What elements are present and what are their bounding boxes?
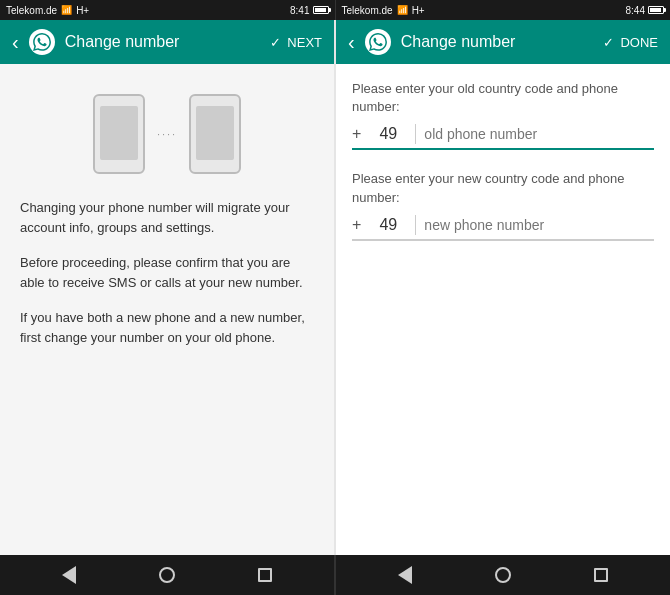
network-icon-2: 📶 xyxy=(397,5,408,15)
paragraph-3: If you have both a new phone and a new n… xyxy=(20,308,314,347)
app-bar-left: ‹ Change number ✓ NEXT xyxy=(0,20,334,64)
recents-nav-button-right[interactable] xyxy=(589,563,613,587)
battery-icon xyxy=(313,6,329,14)
new-number-section: Please enter your new country code and p… xyxy=(352,170,654,240)
old-phone-illustration xyxy=(93,94,145,174)
battery-icon-2 xyxy=(648,6,664,14)
network-icon: 📶 xyxy=(61,5,72,15)
time-label-2: 8:44 xyxy=(626,5,645,16)
new-phone-number-input[interactable] xyxy=(424,217,654,233)
new-divider xyxy=(415,215,416,235)
recents-icon-left xyxy=(258,568,272,582)
new-phone-illustration xyxy=(189,94,241,174)
next-button[interactable]: ✓ NEXT xyxy=(270,35,322,50)
checkmark-icon-2: ✓ xyxy=(603,35,614,50)
network-type-2: H+ xyxy=(412,5,425,16)
right-panel-content: Please enter your old country code and p… xyxy=(336,64,670,555)
right-screen-panel: Please enter your old country code and p… xyxy=(334,64,670,555)
status-bars: Telekom.de 📶 H+ 8:41 Telekom.de 📶 H+ 8:4… xyxy=(0,0,670,20)
whatsapp-logo-left xyxy=(29,29,55,55)
network-type: H+ xyxy=(76,5,89,16)
recents-nav-button-left[interactable] xyxy=(253,563,277,587)
nav-bar-right xyxy=(334,555,670,595)
app-bar-right: ‹ Change number ✓ DONE xyxy=(334,20,670,64)
home-icon-left xyxy=(159,567,175,583)
left-screen-panel: ···· Changing your phone number will mig… xyxy=(0,64,334,555)
old-number-label: Please enter your old country code and p… xyxy=(352,80,654,116)
old-phone-screen xyxy=(100,106,138,160)
home-icon-right xyxy=(495,567,511,583)
status-bar-left-info: Telekom.de 📶 H+ xyxy=(6,5,89,16)
app-bar-title-left: Change number xyxy=(65,33,261,51)
checkmark-icon: ✓ xyxy=(270,35,281,50)
carrier-label-2: Telekom.de xyxy=(342,5,393,16)
back-nav-button-left[interactable] xyxy=(57,563,81,587)
new-country-code-input[interactable] xyxy=(369,216,407,234)
new-phone-screen xyxy=(196,106,234,160)
paragraph-2: Before proceeding, please confirm that y… xyxy=(20,253,314,292)
new-plus-sign: + xyxy=(352,216,361,234)
old-divider xyxy=(415,124,416,144)
carrier-label: Telekom.de xyxy=(6,5,57,16)
phones-illustration: ···· xyxy=(20,94,314,174)
paragraph-1: Changing your phone number will migrate … xyxy=(20,198,314,237)
back-button-left[interactable]: ‹ xyxy=(12,32,19,52)
app-bar-title-right: Change number xyxy=(401,33,594,51)
next-label[interactable]: NEXT xyxy=(287,35,322,50)
status-bar-right-info: 8:41 xyxy=(290,5,328,16)
status-bar-right-right-info: 8:44 xyxy=(626,5,664,16)
old-number-section: Please enter your old country code and p… xyxy=(352,80,654,150)
new-number-label: Please enter your new country code and p… xyxy=(352,170,654,206)
recents-icon-right xyxy=(594,568,608,582)
status-bar-right-left-info: Telekom.de 📶 H+ xyxy=(342,5,425,16)
left-panel-content: ···· Changing your phone number will mig… xyxy=(0,64,334,555)
main-content: ···· Changing your phone number will mig… xyxy=(0,64,670,555)
time-label: 8:41 xyxy=(290,5,309,16)
whatsapp-logo-right xyxy=(365,29,391,55)
dots-separator: ···· xyxy=(157,128,177,140)
old-number-input-row[interactable]: + xyxy=(352,124,654,150)
status-bar-right: Telekom.de 📶 H+ 8:44 xyxy=(335,0,671,20)
back-nav-button-right[interactable] xyxy=(393,563,417,587)
new-number-input-row[interactable]: + xyxy=(352,215,654,241)
old-phone-number-input[interactable] xyxy=(424,126,654,142)
old-plus-sign: + xyxy=(352,125,361,143)
home-nav-button-right[interactable] xyxy=(491,563,515,587)
back-icon-right xyxy=(398,566,412,584)
nav-bars xyxy=(0,555,670,595)
app-bars: ‹ Change number ✓ NEXT ‹ Change number ✓… xyxy=(0,20,670,64)
done-button[interactable]: ✓ DONE xyxy=(603,35,658,50)
old-country-code-input[interactable] xyxy=(369,125,407,143)
home-nav-button-left[interactable] xyxy=(155,563,179,587)
back-button-right[interactable]: ‹ xyxy=(348,32,355,52)
status-bar-left: Telekom.de 📶 H+ 8:41 xyxy=(0,0,335,20)
done-label[interactable]: DONE xyxy=(620,35,658,50)
nav-bar-left xyxy=(0,555,334,595)
back-icon-left xyxy=(62,566,76,584)
